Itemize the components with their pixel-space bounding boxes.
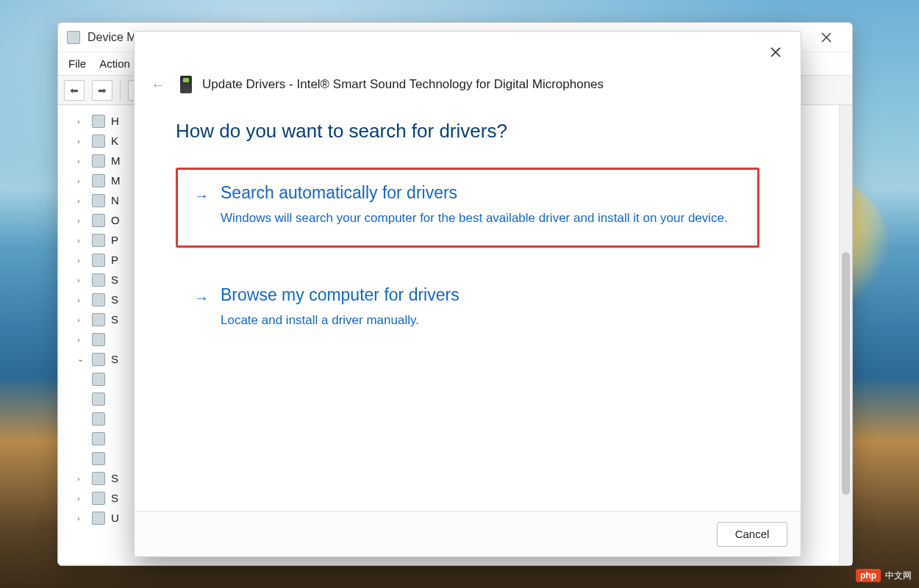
monitor-icon: [92, 174, 105, 187]
image-watermark: php 中文网: [856, 569, 912, 582]
processor-icon: [92, 254, 105, 267]
option-title: Search automatically for drivers: [221, 183, 741, 203]
device-icon: [180, 76, 192, 93]
tree-row-label: S: [111, 353, 118, 365]
option-description: Locate and install a driver manually.: [221, 311, 741, 330]
sound-dev-icon: [92, 412, 105, 426]
arrow-left-icon: ⬅: [70, 85, 79, 96]
toolbar-separator: [120, 81, 121, 100]
watermark-text: 中文网: [885, 570, 912, 582]
dialog-close-button[interactable]: [761, 40, 790, 64]
tree-caret-icon[interactable]: ›: [77, 474, 86, 483]
toolbar-forward-button[interactable]: ➡: [92, 80, 112, 101]
dialog-title: Update Drivers - Intel® Smart Sound Tech…: [202, 77, 604, 92]
sound-dev-icon: [92, 392, 105, 406]
tree-caret-icon[interactable]: ›: [77, 137, 86, 146]
software-icon: [92, 313, 105, 326]
tree-caret-icon[interactable]: ⌄: [77, 354, 86, 364]
printer-icon: [92, 234, 105, 247]
tree-caret-icon[interactable]: ›: [77, 315, 86, 324]
tree-row-label: S: [111, 273, 118, 286]
arrow-right-icon: →: [194, 290, 209, 306]
sound-icon: [92, 353, 105, 366]
security-icon: [92, 273, 105, 287]
option-title: Browse my computer for drivers: [221, 285, 741, 305]
tree-caret-icon[interactable]: ›: [77, 494, 86, 503]
sound-dev-icon: [92, 432, 105, 445]
tree-row-label: P: [111, 234, 118, 246]
close-icon: [770, 47, 781, 57]
sound-dev-icon: [92, 452, 105, 465]
tree-row-label: N: [111, 194, 119, 207]
dialog-back-button[interactable]: ←: [146, 74, 170, 96]
toolbar-back-button[interactable]: ⬅: [64, 80, 85, 101]
tree-caret-icon[interactable]: ›: [77, 335, 86, 344]
watermark-badge: php: [856, 569, 881, 582]
tree-row-label: S: [111, 293, 118, 306]
tree-row-label: K: [111, 135, 118, 147]
other-icon: [92, 214, 105, 227]
device-manager-icon: [67, 31, 80, 44]
tree-row-label: P: [111, 254, 118, 266]
tree-caret-icon[interactable]: ›: [77, 276, 86, 284]
cancel-button-label: Cancel: [735, 528, 770, 540]
arrow-left-icon: ←: [151, 76, 165, 93]
option-description: Windows will search your computer for th…: [221, 209, 741, 228]
tree-caret-icon[interactable]: ›: [77, 295, 86, 304]
sound-dev-icon: [92, 373, 105, 386]
tree-caret-icon[interactable]: ›: [77, 256, 86, 265]
tree-row-label: O: [111, 214, 120, 226]
dialog-header: ← Update Drivers - Intel® Smart Sound Te…: [135, 71, 801, 101]
dialog-footer: Cancel: [135, 511, 801, 556]
device-icon: [92, 333, 105, 346]
option-search-automatically[interactable]: → Search automatically for drivers Windo…: [176, 168, 759, 248]
storage-icon: [92, 472, 105, 485]
tree-caret-icon[interactable]: ›: [77, 216, 86, 225]
smartcard-icon: [92, 293, 105, 306]
tree-row-label: M: [111, 174, 121, 187]
tree-caret-icon[interactable]: ›: [77, 196, 86, 205]
dialog-content: How do you want to search for drivers? →…: [135, 101, 801, 511]
tree-caret-icon[interactable]: ›: [77, 176, 86, 185]
keyboard-icon: [92, 135, 105, 148]
update-drivers-dialog: ← Update Drivers - Intel® Smart Sound Te…: [134, 31, 801, 557]
mouse-icon: [92, 154, 105, 168]
scrollbar-thumb[interactable]: [842, 252, 850, 495]
close-icon: [821, 32, 832, 43]
tree-caret-icon[interactable]: ›: [77, 514, 86, 523]
tree-caret-icon[interactable]: ›: [77, 157, 86, 165]
device-manager-scrollbar[interactable]: [839, 105, 852, 565]
network-icon: [92, 194, 105, 207]
tree-row-label: U: [111, 512, 119, 524]
tree-row-label: S: [111, 492, 118, 504]
tree-row-label: M: [111, 154, 121, 167]
desktop-wallpaper: Device Manager File Action ⬅ ➡ ☰ ›H›K›M›…: [0, 0, 919, 588]
option-browse-computer[interactable]: → Browse my computer for drivers Locate …: [176, 270, 759, 350]
usb-icon: [92, 512, 105, 525]
tree-caret-icon[interactable]: ›: [77, 236, 86, 245]
tree-row-label: S: [111, 472, 118, 484]
menu-action[interactable]: Action: [99, 57, 130, 70]
arrow-right-icon: ➡: [98, 85, 107, 96]
dialog-question: How do you want to search for drivers?: [176, 120, 759, 143]
arrow-right-icon: →: [194, 187, 209, 204]
tree-caret-icon[interactable]: ›: [77, 117, 86, 126]
system-icon: [92, 492, 105, 505]
menu-file[interactable]: File: [68, 57, 86, 70]
device-manager-close-button[interactable]: [809, 26, 843, 49]
tree-row-label: H: [111, 115, 119, 127]
tree-row-label: S: [111, 313, 118, 326]
hardware-icon: [92, 115, 105, 128]
cancel-button[interactable]: Cancel: [717, 522, 787, 547]
